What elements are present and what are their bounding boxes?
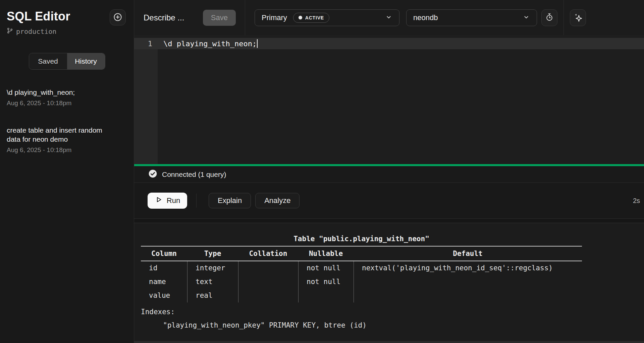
result-table-title: Table "public.playing_with_neon" (141, 232, 582, 246)
query-title: Describe ... (144, 13, 184, 22)
result-cell (238, 275, 298, 289)
sql-editor-app: SQL Editor production (0, 0, 644, 343)
result-cell (354, 275, 582, 289)
indexes-label: Indexes: (141, 305, 582, 319)
result-cell: id (141, 261, 187, 275)
line-number: 1 (134, 40, 158, 48)
history-query: create table and insert random data for … (7, 126, 111, 144)
active-badge-label: ACTIVE (305, 15, 324, 20)
history-timestamp: Aug 6, 2025 - 10:18pm (7, 146, 127, 154)
result-cell: name (141, 275, 187, 289)
branch-indicator: production (7, 27, 70, 36)
result-body: id integer not null nextval('playing_wit… (141, 261, 582, 302)
explain-button[interactable]: Explain (209, 193, 251, 208)
query-duration: 2s (633, 197, 641, 205)
column-header: Nullable (298, 247, 354, 261)
tab-history[interactable]: History (67, 53, 105, 69)
play-icon (155, 196, 163, 206)
history-timestamp: Aug 6, 2025 - 10:18pm (7, 99, 127, 107)
actions-divider (196, 194, 197, 208)
query-history-timer-button[interactable] (541, 9, 557, 26)
run-button[interactable]: Run (148, 193, 187, 209)
branch-select[interactable]: Primary ACTIVE (255, 9, 399, 26)
sql-code-editor[interactable]: 1 \d playing_with_neon; (134, 35, 644, 164)
query-actions-bar: Run Explain Analyze 2s (134, 183, 644, 218)
branch-name: production (16, 27, 56, 36)
column-header: Default (354, 247, 582, 261)
text-cursor (257, 39, 258, 48)
branch-select-value: Primary (262, 13, 287, 22)
sparkles-icon (574, 13, 583, 23)
topbar-query-section: Describe ... Save (134, 0, 245, 35)
sidebar-header: SQL Editor production (0, 0, 134, 36)
toolbar-divider (564, 0, 564, 35)
column-header: Type (187, 247, 238, 261)
index-definition: "playing_with_neon_pkey" PRIMARY KEY, bt… (141, 319, 582, 332)
database-select-value: neondb (413, 13, 438, 22)
stopwatch-icon (545, 13, 554, 22)
result-cell (238, 289, 298, 302)
active-dot-icon (299, 16, 302, 19)
result-cell (298, 289, 354, 302)
indexes-section: Indexes: "playing_with_neon_pkey" PRIMAR… (141, 305, 582, 332)
column-header: Collation (238, 247, 298, 261)
results-divider (134, 218, 644, 223)
result-cell: integer (187, 261, 238, 275)
main-panel: Describe ... Save Primary ACTIVE (134, 0, 644, 343)
sql-code-text: \d playing_with_neon; (158, 40, 257, 48)
result-cell: not null (298, 261, 354, 275)
history-list: \d playing_with_neon; Aug 6, 2025 - 10:1… (0, 88, 134, 154)
result-header-row: Column Type Collation Nullable Default (141, 247, 582, 261)
topbar-selects: Primary ACTIVE neondb (245, 0, 644, 35)
saved-history-tabs: Saved History (29, 53, 105, 70)
result-cell: nextval('playing_with_neon_id_seq'::regc… (354, 261, 582, 275)
ai-assist-button[interactable] (570, 9, 586, 26)
chevron-down-icon (385, 13, 392, 22)
psql-output: Table "public.playing_with_neon" Column … (141, 232, 582, 332)
new-query-button[interactable] (110, 9, 126, 25)
page-title: SQL Editor (7, 9, 70, 23)
result-cell (354, 289, 582, 302)
editor-active-line[interactable]: 1 \d playing_with_neon; (134, 38, 644, 49)
result-cell (238, 261, 298, 275)
sidebar: SQL Editor production (0, 0, 134, 343)
chevron-down-icon (523, 13, 530, 22)
result-cell: value (141, 289, 187, 302)
column-header: Column (141, 247, 187, 261)
topbar: Describe ... Save Primary ACTIVE (134, 0, 644, 35)
connection-status-bar: Connected (1 query) (134, 166, 644, 183)
branch-icon (7, 27, 13, 36)
tab-saved[interactable]: Saved (29, 53, 67, 69)
editor-gutter (134, 38, 158, 164)
history-query: \d playing_with_neon; (7, 88, 111, 97)
history-item[interactable]: \d playing_with_neon; Aug 6, 2025 - 10:1… (7, 88, 127, 107)
save-button[interactable]: Save (203, 10, 236, 26)
horizontal-scrollbar[interactable] (134, 341, 644, 343)
active-status-badge: ACTIVE (293, 13, 329, 23)
circle-plus-icon (113, 12, 122, 23)
history-item[interactable]: create table and insert random data for … (7, 126, 127, 154)
run-button-label: Run (167, 196, 180, 205)
result-cell: not null (298, 275, 354, 289)
query-results-panel: Table "public.playing_with_neon" Column … (134, 223, 644, 343)
result-cell: real (187, 289, 238, 302)
analyze-button[interactable]: Analyze (255, 193, 300, 208)
check-circle-icon (148, 169, 157, 180)
database-select[interactable]: neondb (406, 9, 537, 26)
result-cell: text (187, 275, 238, 289)
connection-status-text: Connected (1 query) (162, 170, 226, 179)
